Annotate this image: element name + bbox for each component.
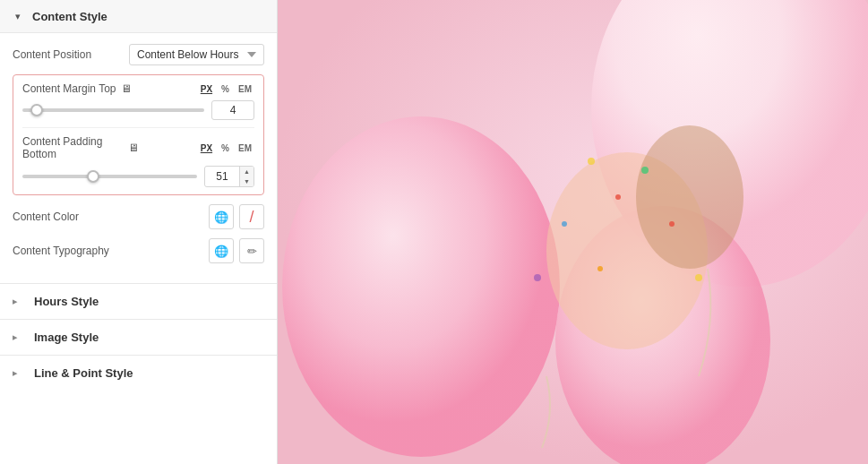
content-color-row: Content Color 🌐 /: [13, 204, 264, 229]
svg-point-9: [641, 167, 649, 174]
spinner-arrows: ▲ ▼: [239, 167, 254, 186]
content-padding-bottom-input[interactable]: 51: [205, 168, 239, 185]
content-typography-label: Content Typography: [13, 245, 129, 257]
content-typography-row: Content Typography 🌐 ✏: [13, 238, 264, 263]
image-style-arrow-icon: ▸: [13, 331, 25, 344]
svg-point-1: [282, 116, 560, 457]
svg-point-7: [615, 194, 621, 200]
padding-bottom-spinner: 51 ▲ ▼: [204, 166, 254, 187]
content-typography-globe-btn[interactable]: 🌐: [209, 238, 234, 263]
svg-point-6: [588, 158, 595, 165]
spinner-down-btn[interactable]: ▼: [240, 176, 254, 186]
svg-point-11: [534, 274, 541, 281]
hours-style-header[interactable]: ▸ Hours Style: [0, 284, 277, 319]
balloon-scene-svg: [278, 0, 868, 464]
content-typography-controls: 🌐 ✏: [209, 238, 264, 263]
content-style-title: Content Style: [32, 10, 107, 23]
content-position-label: Content Position: [13, 48, 129, 61]
content-style-section-header[interactable]: ▾ Content Style: [0, 0, 277, 33]
padding-bottom-px-btn[interactable]: PX: [198, 142, 215, 154]
padding-bottom-slider-row: 51 ▲ ▼: [22, 166, 254, 187]
padding-bottom-pct-btn[interactable]: %: [219, 142, 232, 154]
line-point-style-section: ▸ Line & Point Style: [0, 355, 277, 391]
content-position-row: Content Position Content Below Hours Con…: [13, 44, 264, 65]
monitor-icon-margin: 🖥: [121, 82, 132, 95]
main-content: [278, 0, 868, 464]
content-position-select[interactable]: Content Below Hours Content Above Hours …: [129, 44, 264, 65]
margin-top-pct-btn[interactable]: %: [219, 83, 232, 95]
svg-point-10: [597, 266, 603, 271]
content-color-slash-btn[interactable]: /: [239, 204, 264, 229]
content-margin-top-slider[interactable]: [22, 108, 204, 112]
line-point-style-arrow-icon: ▸: [13, 367, 25, 380]
content-margin-top-input[interactable]: 4: [211, 100, 254, 120]
svg-point-12: [669, 221, 675, 227]
content-color-globe-btn[interactable]: 🌐: [209, 204, 234, 229]
margin-top-em-btn[interactable]: EM: [236, 83, 254, 95]
slider-box: Content Margin Top 🖥 PX % EM 4 Content P…: [13, 74, 264, 195]
content-color-controls: 🌐 /: [209, 204, 264, 229]
svg-point-5: [636, 125, 743, 269]
image-style-title: Image Style: [34, 331, 99, 344]
content-padding-bottom-unit-row: Content Padding Bottom 🖥 PX % EM: [22, 135, 254, 160]
image-style-section: ▸ Image Style: [0, 319, 277, 355]
content-padding-bottom-label: Content Padding Bottom 🖥: [22, 135, 139, 160]
background-image: [278, 0, 868, 464]
line-point-style-header[interactable]: ▸ Line & Point Style: [0, 356, 277, 391]
svg-point-13: [695, 274, 702, 281]
padding-bottom-em-btn[interactable]: EM: [236, 142, 254, 154]
hours-style-title: Hours Style: [34, 295, 99, 308]
content-typography-edit-btn[interactable]: ✏: [239, 238, 264, 263]
sidebar: ▾ Content Style Content Position Content…: [0, 0, 278, 464]
content-style-arrow-icon: ▾: [11, 9, 25, 23]
margin-top-unit-buttons: PX % EM: [198, 83, 254, 95]
content-margin-top-label: Content Margin Top 🖥: [22, 82, 139, 95]
content-padding-bottom-slider[interactable]: [22, 175, 197, 178]
svg-point-8: [562, 221, 567, 227]
image-style-header[interactable]: ▸ Image Style: [0, 320, 277, 355]
hours-style-arrow-icon: ▸: [13, 296, 25, 308]
content-style-body: Content Position Content Below Hours Con…: [0, 33, 277, 283]
spinner-up-btn[interactable]: ▲: [240, 167, 254, 176]
padding-bottom-unit-buttons: PX % EM: [198, 142, 254, 154]
margin-top-px-btn[interactable]: PX: [198, 83, 215, 95]
margin-top-slider-row: 4: [22, 100, 254, 120]
content-margin-top-unit-row: Content Margin Top 🖥 PX % EM: [22, 82, 254, 95]
monitor-icon-padding: 🖥: [128, 142, 139, 154]
hours-style-section: ▸ Hours Style: [0, 283, 277, 319]
line-point-style-title: Line & Point Style: [34, 366, 133, 380]
content-color-label: Content Color: [13, 211, 129, 223]
